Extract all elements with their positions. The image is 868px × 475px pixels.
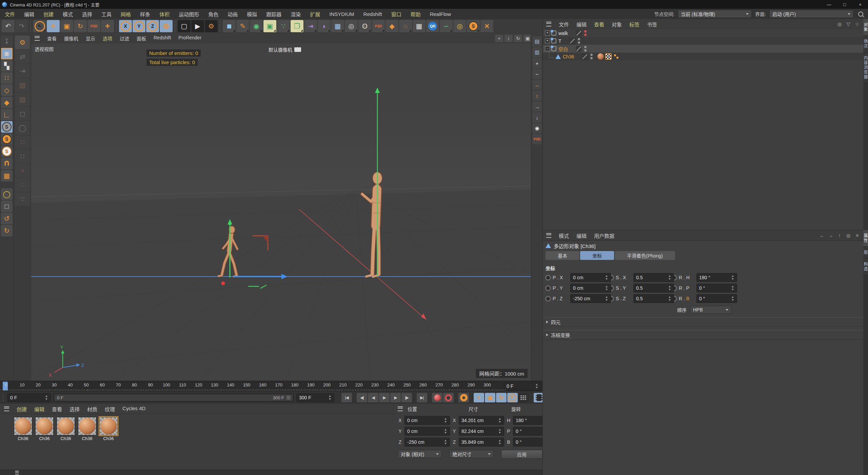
menu-icon[interactable] <box>546 22 551 26</box>
range-track[interactable]: 0 F 300 F <box>54 394 293 401</box>
om-menu-file[interactable]: 文件 <box>559 21 569 28</box>
rotate-view-icon[interactable]: ↻ <box>514 35 522 42</box>
search-icon[interactable]: ◎ <box>836 21 843 27</box>
generator-icon[interactable]: ▣ <box>263 20 276 32</box>
position-field[interactable]: 0 cm <box>570 284 611 292</box>
menu-menu-realflow[interactable]: RealFlow <box>430 11 451 17</box>
material-item-1[interactable]: Ch36 <box>35 417 54 441</box>
menu-menu-spline[interactable]: 样条 <box>140 11 150 18</box>
am-menu-mode[interactable]: 模式 <box>559 232 569 239</box>
polygon-mode-icon[interactable]: ◆ <box>1 97 13 108</box>
lock-x-icon[interactable]: X <box>119 20 132 32</box>
snap-2d-icon[interactable]: S <box>1 146 13 157</box>
menu-menu-redshift[interactable]: Redshift <box>363 11 382 17</box>
tab-1[interactable]: 坐标 <box>580 251 614 260</box>
menu-menu-mesh[interactable]: 网格 <box>121 11 131 18</box>
mat-menu-view[interactable]: 查看 <box>52 405 62 413</box>
spinner-icon[interactable] <box>605 285 608 291</box>
view-redo-icon[interactable]: ↻ <box>1 225 13 236</box>
menu-menu-volume[interactable]: 体积 <box>159 11 170 18</box>
bookmark-icon[interactable]: ☆ <box>854 21 861 27</box>
size-field[interactable]: 82.244 cm <box>459 427 504 436</box>
search-icon[interactable] <box>858 12 863 17</box>
edge-mode-icon[interactable]: ◇ <box>1 84 13 96</box>
model-mode-icon[interactable]: ■ <box>1 48 13 59</box>
maximize-button[interactable]: □ <box>837 0 852 9</box>
object-row-t[interactable]: +T <box>543 37 863 45</box>
expand-toggle[interactable]: + <box>545 31 550 36</box>
move-tool-icon[interactable]: + <box>47 20 60 32</box>
menu-menu-simulate[interactable]: 模拟 <box>247 11 257 18</box>
spinner-icon[interactable] <box>535 383 538 389</box>
scale-tool-icon[interactable]: ▣ <box>60 20 73 32</box>
next-frame-button[interactable]: ▶ <box>390 393 401 402</box>
autokey-button[interactable] <box>443 393 454 402</box>
object-name[interactable]: walk <box>558 31 568 36</box>
om-menu-bookmarks[interactable]: 书签 <box>647 21 657 28</box>
selection-tag[interactable] <box>613 53 619 60</box>
position-field[interactable]: 0 cm <box>405 427 450 436</box>
send-down-icon[interactable]: ↓ <box>532 112 542 122</box>
order-dropdown[interactable]: HPB <box>690 306 731 314</box>
section-0[interactable]: 四元 <box>543 317 863 327</box>
array-icon[interactable]: ▦ <box>413 20 426 32</box>
menu-icon[interactable] <box>4 406 9 411</box>
pattern-b-icon[interactable]: ∵ <box>15 192 30 206</box>
nav-up-icon[interactable]: ↑ <box>836 232 843 239</box>
qr-icon[interactable]: QR <box>426 20 439 32</box>
cube-primitive-icon[interactable]: ■ <box>223 20 236 32</box>
pattern-a-icon[interactable]: ∴ <box>15 178 30 192</box>
side-tab-2[interactable]: 内容浏览器 <box>863 52 868 83</box>
tab-0[interactable]: 基本 <box>546 251 579 260</box>
rotation-field[interactable]: 0 ° <box>696 284 737 292</box>
expand-toggle[interactable]: - <box>545 46 550 51</box>
xparticles-icon[interactable]: × <box>480 20 493 32</box>
menu-menu-select[interactable]: 选择 <box>82 11 92 18</box>
keyframe-options-button[interactable]: ✱ <box>458 393 469 402</box>
origin-point[interactable] <box>221 282 225 285</box>
viewport-canvas[interactable]: Y Z X 透视视图 Number of emitters: 0 Total l… <box>31 43 531 381</box>
step-effector-icon[interactable]: ⇥ <box>304 20 317 32</box>
spinner-icon[interactable] <box>498 439 501 445</box>
axis-mode-icon[interactable]: ∟ <box>1 109 13 120</box>
vpmenu-menu-filter[interactable]: 过滤 <box>120 35 129 42</box>
spline-pen-icon[interactable]: ✎ <box>236 20 249 32</box>
preview-range-slider[interactable]: 0 F 300 F <box>54 394 294 402</box>
redo-icon[interactable]: ↷ <box>15 20 28 32</box>
frame-icon[interactable]: ◻ <box>15 107 30 120</box>
size-mode-dropdown[interactable]: 绝对尺寸 <box>449 450 493 458</box>
add-object-icon[interactable]: + <box>532 58 542 68</box>
spinner-icon[interactable] <box>731 296 734 302</box>
am-menu-edit[interactable]: 编辑 <box>576 232 587 239</box>
editor-visibility-dot[interactable] <box>584 30 587 33</box>
spinner-icon[interactable] <box>731 285 734 291</box>
spinner-icon[interactable] <box>498 418 501 423</box>
om-menu-edit[interactable]: 编辑 <box>576 21 587 28</box>
spinner-icon[interactable] <box>498 429 501 434</box>
scale-field[interactable]: 0.5 <box>633 273 674 282</box>
material-item-3[interactable]: Ch36 <box>78 417 97 441</box>
lock-y-icon[interactable]: Y <box>133 20 145 32</box>
aim-target-icon[interactable]: ◎ <box>453 20 466 32</box>
spinner-icon[interactable] <box>444 439 447 445</box>
enable-toggle[interactable] <box>576 31 581 36</box>
object-mode-dropdown[interactable]: 对象 (相对) <box>398 450 442 458</box>
spinner-icon[interactable] <box>444 429 447 434</box>
range-grip[interactable] <box>287 396 290 400</box>
filter-icon[interactable]: ▽ <box>845 21 852 27</box>
side-tab-1[interactable]: 场次 <box>863 36 868 52</box>
menu-menu-tracker[interactable]: 跟踪器 <box>266 11 281 18</box>
snap-settings-icon[interactable]: ⚙ <box>15 36 30 49</box>
size-field[interactable]: 35.849 cm <box>459 438 504 446</box>
rotation-field[interactable]: 0 ° <box>696 294 737 303</box>
menu-menu-window[interactable]: 窗口 <box>391 11 401 18</box>
sphere-icon[interactable]: ◯ <box>15 121 30 135</box>
psr-constraint-icon[interactable]: PSR <box>532 134 542 144</box>
render-visibility-dot[interactable] <box>590 57 593 59</box>
menu-menu-help[interactable]: 帮助 <box>411 11 421 18</box>
sculpt-icon[interactable]: S <box>467 20 480 32</box>
scale-field[interactable]: 0.5 <box>633 284 674 292</box>
jump-end-button[interactable]: ▶| <box>417 393 427 402</box>
render-picture-icon[interactable]: ▶ <box>191 20 204 32</box>
am-menu-userdata[interactable]: 用户数据 <box>594 232 614 239</box>
